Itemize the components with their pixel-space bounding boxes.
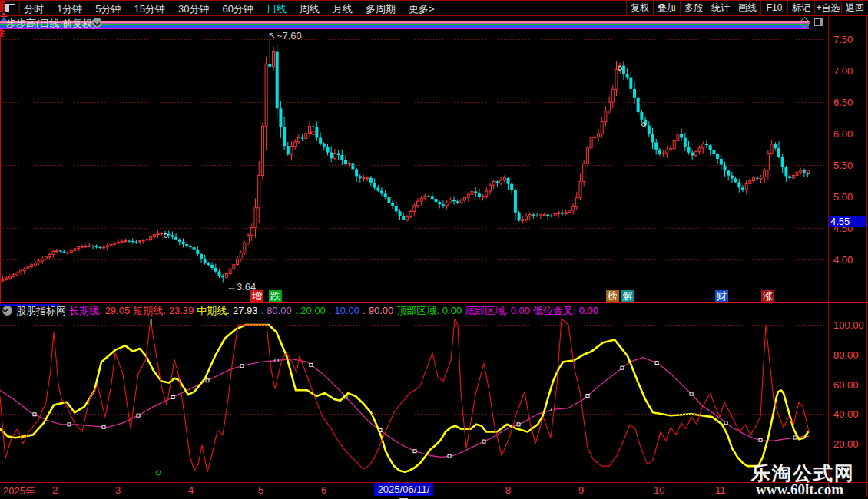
xaxis-label-8: 8 <box>505 484 511 496</box>
xaxis-label-2025年: 2025年 <box>3 484 35 498</box>
diamond-icon[interactable] <box>799 17 811 29</box>
title-row: 步步高(日线.前复权) <box>0 16 828 28</box>
menu-item-4[interactable]: 15分钟 <box>134 2 164 16</box>
ind-param-label-9: 底部区域: <box>465 304 508 318</box>
menu-item-3[interactable]: 5分钟 <box>95 2 121 16</box>
toolbar-button-9[interactable]: 返回 <box>841 1 868 15</box>
price-cursor-badge: 4.55 <box>829 216 866 227</box>
toolbar-button-7[interactable]: 标记 <box>787 1 814 15</box>
ind-param-value-6: 10.00 <box>334 305 359 316</box>
gridline <box>0 197 828 197</box>
xaxis-label-6: 6 <box>321 484 326 496</box>
axis-right-border <box>866 16 867 497</box>
quick-link-涨[interactable]: 涨 <box>761 290 774 302</box>
menu-divider <box>19 2 20 16</box>
menu-item-8[interactable]: 周线 <box>300 2 320 16</box>
toolbar-button-6[interactable]: F10 <box>760 1 787 15</box>
watermark-site-url: www.60lt.com <box>756 481 843 498</box>
quick-link-增[interactable]: 增 <box>250 290 263 302</box>
ind-param-value-7: 90.00 <box>369 305 394 316</box>
ind-axis-label: 60.00 <box>833 378 859 390</box>
gridline <box>0 134 828 134</box>
ind-param-value-5: 20.00 <box>300 305 326 316</box>
gridline <box>0 228 828 229</box>
menu-item-2[interactable]: 1分钟 <box>57 2 82 16</box>
ind-gridline <box>0 325 828 326</box>
chevron-down-icon[interactable] <box>92 18 102 28</box>
ind-param-label-7: : <box>363 305 366 316</box>
indicator-source-label[interactable]: 股朋指标网 <box>16 304 66 318</box>
toolbar-button-2[interactable]: 叠加 <box>653 1 680 15</box>
ind-param-label-2: 短期线: <box>133 304 166 318</box>
ind-param-label-4: : <box>261 305 264 316</box>
gridline <box>0 71 828 71</box>
ind-param-label-1: 长期线: <box>69 304 102 318</box>
ind-param-value-3: 27.93 <box>233 305 258 316</box>
ind-gridline <box>0 385 828 385</box>
toolbar-button-5[interactable]: 画线 <box>734 1 760 15</box>
collapse-indicator-icon[interactable] <box>2 306 12 316</box>
ind-param-value-2: 23.39 <box>169 305 194 316</box>
toolbar-button-3[interactable]: 多股 <box>680 1 707 15</box>
xaxis-top-border <box>0 482 868 483</box>
date-cursor-badge: 2025/06/11/三 <box>374 483 433 496</box>
xaxis-label-9: 9 <box>578 484 584 496</box>
toolbar-button-8[interactable]: +自选 <box>814 1 841 15</box>
quick-link-榜[interactable]: 榜 <box>606 290 619 302</box>
toolbar-button-1[interactable]: 复权 <box>626 1 653 15</box>
ind-param-value-10: 0.00 <box>579 305 598 316</box>
ind-param-value-9: 0.00 <box>511 305 530 316</box>
ind-axis-label: 40.00 <box>833 408 859 420</box>
price-label: 4.00 <box>833 254 853 266</box>
ind-param-label-5: : <box>295 305 298 316</box>
ind-gridline <box>0 414 828 415</box>
quick-link-跌[interactable]: 跌 <box>269 290 282 302</box>
xaxis-label-10: 10 <box>654 484 664 496</box>
gridline <box>0 259 828 260</box>
top-menu-bar: 分时1分钟5分钟15分钟30分钟60分钟日线周线月线多周期更多> 复权叠加多股统… <box>0 0 868 15</box>
ind-axis-label: 20.00 <box>833 438 859 450</box>
xaxis-label-3: 3 <box>115 484 121 496</box>
ind-param-label-6: : <box>329 305 332 316</box>
xaxis-label-5: 5 <box>258 484 263 496</box>
price-label: 7.00 <box>833 65 853 77</box>
menu-item-10[interactable]: 多周期 <box>366 2 396 16</box>
menu-item-1[interactable]: 分时 <box>24 2 44 16</box>
gridline <box>0 102 828 103</box>
gridline <box>0 39 828 40</box>
menu-item-5[interactable]: 30分钟 <box>178 2 209 16</box>
indicator-chart[interactable] <box>0 319 828 482</box>
ind-param-label-8: 顶部区域: <box>396 304 439 318</box>
xaxis-label-2: 2 <box>52 484 58 496</box>
trading-app-window: 分时1分钟5分钟15分钟30分钟60分钟日线周线月线多周期更多> 复权叠加多股统… <box>0 0 868 499</box>
toolbar-button-4[interactable]: 统计 <box>707 1 734 15</box>
menu-item-6[interactable]: 60分钟 <box>222 2 253 16</box>
price-label: 5.00 <box>833 191 853 203</box>
price-label: 5.50 <box>833 160 853 171</box>
menu-item-7[interactable]: 日线 <box>267 2 287 16</box>
xaxis-bottom-border <box>0 497 868 497</box>
xaxis-label-11: 11 <box>715 484 726 496</box>
ind-param-value-4: 80.00 <box>267 305 292 316</box>
ind-axis-label: 80.00 <box>833 349 859 360</box>
axis-left-border <box>828 16 829 497</box>
ind-gridline <box>0 444 828 444</box>
ind-gridline <box>0 355 828 355</box>
quick-link-解[interactable]: 解 <box>621 290 634 302</box>
menu-item-9[interactable]: 月线 <box>333 2 353 16</box>
price-label: 6.00 <box>833 128 853 140</box>
ind-param-label-3: 中期线: <box>197 304 230 318</box>
ind-axis-label: 100.00 <box>833 319 864 331</box>
ind-param-label-10: 低位金叉: <box>533 304 576 318</box>
indicator-header: 股朋指标网 长期线:29.05短期线:23.39中期线:27.93:80.00:… <box>0 304 601 317</box>
price-label: 7.50 <box>833 34 853 45</box>
ind-param-value-8: 0.00 <box>442 305 462 316</box>
xaxis-label-4: 4 <box>188 484 194 496</box>
quick-link-财[interactable]: 财 <box>715 290 728 302</box>
layout-icon[interactable] <box>5 4 15 12</box>
gridline <box>0 165 828 166</box>
split-pane-icon[interactable] <box>814 18 823 26</box>
menu-item-11[interactable]: 更多> <box>409 2 435 16</box>
price-label: 6.50 <box>833 97 853 108</box>
ind-param-value-1: 29.05 <box>105 305 131 316</box>
